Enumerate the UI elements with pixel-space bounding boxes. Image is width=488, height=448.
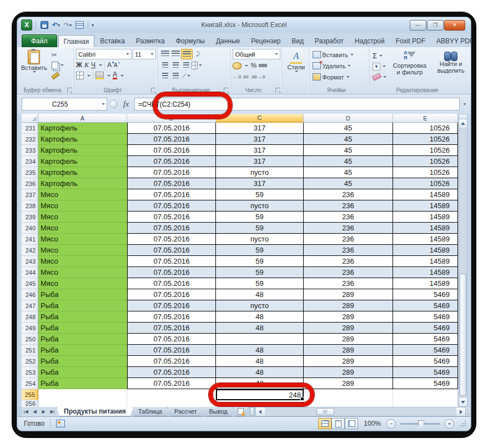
cell-D231[interactable]: 45 [304, 123, 393, 134]
split-handle[interactable] [459, 114, 467, 119]
row-header-233[interactable]: 233 [22, 145, 38, 156]
delete-cells-button[interactable]: Удалить [311, 61, 368, 71]
minimize-button[interactable]: — [410, 20, 426, 31]
cell-A231[interactable]: Картофель [38, 123, 127, 134]
cell-D254[interactable]: 289 [304, 378, 393, 389]
cell-C236[interactable]: 317 [216, 178, 304, 189]
cell-C238[interactable]: пусто [216, 200, 304, 212]
cell-A254[interactable]: Рыба [38, 378, 127, 389]
select-all-corner[interactable] [22, 114, 38, 123]
cell-E247[interactable]: 5469 [393, 300, 458, 311]
align-center-button[interactable] [170, 61, 181, 70]
column-header-D[interactable]: D [304, 114, 393, 123]
cell-B256[interactable] [127, 400, 216, 407]
tab-abbyy-pdf[interactable]: ABBYY PDF [431, 34, 471, 47]
tab-вид[interactable]: Вид [286, 34, 309, 47]
bold-button[interactable]: Ж [76, 61, 82, 69]
cell-D241[interactable]: 236 [304, 234, 393, 245]
font-color-button[interactable]: А [113, 72, 117, 79]
row-header-249[interactable]: 249 [22, 323, 38, 334]
cell-A236[interactable]: Картофель [38, 178, 127, 189]
cell-B232[interactable]: 07.05.2016 [127, 134, 216, 145]
tab-формулы[interactable]: Формулы [170, 34, 210, 47]
dialog-launcher-icon[interactable] [224, 88, 229, 93]
cell-A237[interactable]: Мясо [38, 189, 127, 200]
column-header-B[interactable]: B [127, 114, 216, 123]
cell-A255[interactable] [38, 389, 127, 400]
cell-A241[interactable]: Мясо [38, 234, 127, 245]
cell-E238[interactable]: 14589 [393, 200, 458, 212]
row-header-252[interactable]: 252 [22, 356, 38, 367]
cell-C240[interactable]: 59 [216, 223, 304, 234]
tab-разметка[interactable]: Разметка [130, 34, 170, 47]
vertical-scrollbar[interactable] [459, 114, 467, 407]
cell-C254[interactable]: 48 [216, 378, 304, 389]
cell-E254[interactable]: 5469 [393, 378, 458, 389]
row-header-232[interactable]: 232 [22, 134, 38, 145]
row-header-243[interactable]: 243 [22, 256, 38, 267]
cell-D256[interactable] [304, 400, 393, 407]
page-break-view-button[interactable] [345, 418, 358, 429]
dialog-launcher-icon[interactable] [151, 88, 156, 93]
row-header-239[interactable]: 239 [22, 212, 38, 223]
cell-B244[interactable]: 07.05.2016 [127, 267, 216, 278]
cell-A234[interactable]: Картофель [38, 156, 127, 167]
row-header-254[interactable]: 254 [22, 378, 38, 389]
increase-indent-button[interactable] [170, 71, 181, 80]
cell-D236[interactable]: 45 [304, 178, 393, 189]
name-box-dropdown[interactable] [98, 98, 107, 110]
cell-D248[interactable]: 289 [304, 311, 393, 323]
cell-B252[interactable]: 07.05.2016 [127, 356, 216, 367]
cell-C247[interactable]: пусто [216, 300, 304, 311]
cell-C256[interactable] [216, 400, 304, 407]
row-header-248[interactable]: 248 [22, 311, 38, 323]
cell-E250[interactable]: 5469 [393, 334, 458, 345]
zoom-slider-thumb[interactable] [418, 420, 424, 429]
first-sheet-button[interactable]: |◀ [22, 408, 30, 416]
selected-cell-C255[interactable]: 248 [216, 389, 304, 400]
cell-B247[interactable]: 07.05.2016 [127, 300, 216, 311]
cell-A249[interactable]: Рыба [38, 323, 127, 334]
row-header-256[interactable]: 256 [22, 400, 38, 407]
font-family-select[interactable]: Calibri [76, 49, 132, 59]
page-layout-view-button[interactable] [331, 418, 345, 429]
column-header-E[interactable]: E [393, 114, 458, 123]
cell-C234[interactable]: 317 [216, 156, 304, 167]
cell-C241[interactable]: пусто [216, 234, 304, 245]
cell-B239[interactable]: 07.05.2016 [127, 212, 216, 223]
row-header-246[interactable]: 246 [22, 289, 38, 300]
percent-format-button[interactable]: % [250, 62, 256, 69]
cell-E246[interactable]: 5469 [393, 289, 458, 300]
scroll-left-button[interactable] [256, 407, 265, 416]
fill-color-button[interactable] [95, 72, 104, 79]
decrease-indent-button[interactable] [160, 71, 170, 80]
scroll-down-button[interactable] [459, 398, 467, 406]
cell-C253[interactable]: 48 [216, 367, 304, 378]
cell-D251[interactable]: 289 [304, 345, 393, 356]
next-sheet-button[interactable]: ▶ [39, 408, 48, 416]
sheet-tab-таблица[interactable]: Таблица [131, 407, 169, 416]
comma-format-button[interactable]: 000 [259, 63, 267, 68]
cell-E241[interactable]: 14589 [393, 234, 458, 245]
cell-D232[interactable]: 45 [304, 134, 393, 145]
align-top-button[interactable] [160, 49, 170, 58]
horizontal-scroll-track[interactable] [265, 407, 456, 416]
cell-E237[interactable]: 14589 [393, 189, 458, 200]
insert-cells-button[interactable]: Вставить [311, 50, 368, 59]
clear-button[interactable] [371, 72, 388, 82]
format-painter-button[interactable] [51, 71, 65, 80]
cell-D237[interactable]: 236 [304, 189, 393, 200]
align-right-button[interactable] [181, 61, 192, 70]
tab-file[interactable]: Файл [22, 34, 57, 47]
horizontal-scrollbar[interactable] [255, 407, 471, 416]
cell-A251[interactable]: Рыба [38, 345, 127, 356]
cell-B233[interactable]: 07.05.2016 [127, 145, 216, 156]
cell-E240[interactable]: 14589 [393, 223, 458, 234]
row-header-238[interactable]: 238 [22, 200, 38, 212]
cell-B253[interactable]: 07.05.2016 [127, 367, 216, 378]
cell-C233[interactable]: 317 [216, 145, 304, 156]
row-header-241[interactable]: 241 [22, 234, 38, 245]
merge-center-button[interactable] [192, 61, 202, 70]
cell-C246[interactable]: 48 [216, 289, 304, 300]
tab-рецензир[interactable]: Рецензир [245, 34, 286, 47]
